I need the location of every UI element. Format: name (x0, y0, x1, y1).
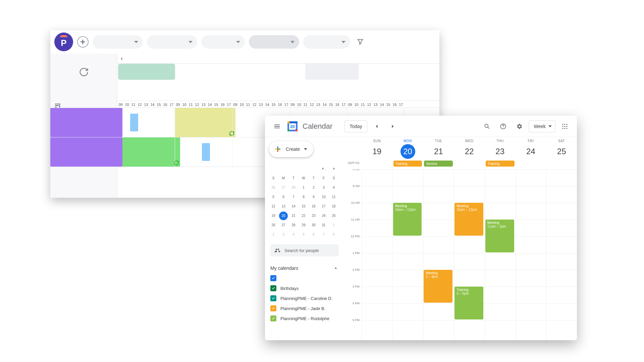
mini-day[interactable]: 15 (299, 202, 308, 211)
allday-cell[interactable] (362, 161, 392, 168)
allday-event[interactable]: Service (424, 161, 453, 167)
mini-day[interactable]: 2 (309, 183, 318, 192)
mini-day[interactable]: 17 (319, 202, 328, 211)
search-icon[interactable] (480, 120, 494, 133)
allday-event[interactable]: Training (393, 161, 422, 167)
mini-day[interactable]: 12 (269, 202, 278, 211)
filter-dropdown-4[interactable] (249, 35, 299, 49)
allday-event[interactable]: Training (486, 161, 515, 167)
mini-day[interactable]: 28 (289, 183, 298, 192)
filter-dropdown-3[interactable] (201, 35, 245, 49)
mini-day[interactable]: 6 (309, 230, 318, 239)
calendar-event[interactable]: Training3 – 5pm (454, 287, 483, 319)
mini-day[interactable]: 4 (329, 183, 338, 192)
today-button[interactable]: Today (344, 120, 367, 132)
mini-day[interactable]: 24 (319, 212, 328, 220)
mini-day[interactable]: 11 (329, 193, 338, 201)
mini-day[interactable]: 14 (289, 202, 298, 211)
calendar-event[interactable]: Meeting10am – 12pm (393, 203, 422, 236)
day-header[interactable]: THU23 (485, 137, 516, 164)
calendar-event[interactable]: Meeting2 – 4pm (424, 270, 452, 303)
mini-day[interactable]: 9 (309, 193, 318, 201)
mini-day[interactable]: 16 (309, 202, 318, 211)
calendar-checkbox[interactable] (270, 305, 276, 311)
mini-day[interactable]: 30 (309, 221, 318, 230)
mini-day[interactable]: 19 (269, 212, 278, 220)
mini-day[interactable]: 25 (329, 212, 338, 220)
task-block[interactable] (50, 137, 122, 167)
calendar-item[interactable]: PlanningPME - Jade B. (270, 305, 339, 311)
calendar-item[interactable]: Birthdays (270, 285, 339, 291)
calendar-checkbox[interactable] (270, 295, 276, 301)
mini-day[interactable]: 8 (329, 230, 338, 239)
day-header[interactable]: FRI24 (516, 137, 546, 164)
day-header[interactable]: TUE21 (423, 137, 454, 164)
mini-day[interactable]: 20 (279, 212, 288, 220)
mini-day[interactable]: 28 (289, 221, 298, 230)
mini-day[interactable]: 6 (279, 193, 288, 201)
calendar-event[interactable]: Meeting11am – 1pm (485, 220, 514, 252)
allday-cell[interactable]: Service (423, 161, 454, 168)
mini-day[interactable]: 7 (319, 230, 328, 239)
allday-cell[interactable] (546, 161, 577, 168)
prev-period-button[interactable]: ‹ (121, 55, 123, 62)
mini-day[interactable]: 4 (289, 230, 298, 239)
filter-dropdown-2[interactable] (147, 35, 197, 49)
mini-day[interactable]: 8 (299, 193, 308, 201)
create-button[interactable]: Create (269, 141, 313, 157)
prev-week-button[interactable] (370, 120, 383, 133)
mini-day[interactable]: 26 (269, 183, 278, 192)
mini-day[interactable]: 22 (299, 212, 308, 220)
calendar-checkbox[interactable] (270, 315, 276, 321)
mini-prev-month[interactable] (319, 165, 327, 173)
google-apps-icon[interactable] (558, 120, 572, 133)
mini-day[interactable]: 3 (319, 183, 328, 192)
search-people-input[interactable]: Search for people (270, 244, 339, 256)
help-icon[interactable] (496, 120, 510, 133)
calendar-checkbox[interactable] (270, 285, 276, 291)
view-selector[interactable]: Week (529, 120, 555, 132)
mini-day[interactable]: 13 (279, 202, 288, 211)
mini-day[interactable]: 21 (289, 212, 298, 220)
mini-day[interactable]: 10 (319, 193, 328, 201)
day-header[interactable]: WED22 (454, 137, 485, 164)
mini-day[interactable]: 31 (319, 221, 328, 230)
mini-day[interactable]: 7 (289, 193, 298, 201)
day-header[interactable]: SUN19 (362, 137, 392, 164)
mini-day[interactable]: 2 (269, 230, 278, 239)
calendar-item[interactable] (270, 275, 339, 281)
add-button[interactable]: + (77, 36, 89, 48)
hamburger-menu-icon[interactable] (270, 120, 284, 133)
my-calendars-toggle[interactable]: My calendars (270, 265, 339, 271)
day-header[interactable]: MON20 (392, 137, 423, 164)
mini-day[interactable]: 26 (269, 221, 278, 230)
allday-cell[interactable]: Training (485, 161, 516, 168)
mini-next-month[interactable] (330, 165, 338, 173)
mini-day[interactable]: 23 (309, 212, 318, 220)
allday-cell[interactable]: Training (392, 161, 423, 168)
task-block[interactable] (50, 108, 122, 137)
refresh-button[interactable] (50, 54, 117, 90)
calendar-item[interactable]: PlanningPME - Rodolphe (270, 315, 339, 321)
mini-day[interactable]: 3 (279, 230, 288, 239)
task-block[interactable] (130, 114, 138, 131)
filter-dropdown-1[interactable] (93, 35, 143, 49)
mini-day[interactable]: 29 (299, 221, 308, 230)
calendar-event[interactable]: Meeting10am – 12pm (454, 203, 483, 236)
calendar-item[interactable]: PlanningPME - Caroline D. (270, 295, 339, 301)
next-week-button[interactable] (386, 120, 399, 133)
mini-day[interactable]: 1 (299, 183, 308, 192)
mini-day[interactable]: 27 (279, 183, 288, 192)
filter-icon[interactable] (354, 36, 366, 48)
task-block[interactable] (122, 137, 180, 167)
task-block[interactable] (175, 108, 235, 137)
mini-day[interactable]: 5 (299, 230, 308, 239)
day-header[interactable]: SAT25 (546, 137, 577, 164)
settings-gear-icon[interactable] (513, 120, 526, 133)
mini-day[interactable]: 5 (269, 193, 278, 201)
filter-dropdown-5[interactable] (303, 35, 350, 49)
task-block[interactable] (202, 143, 210, 161)
mini-day[interactable]: 27 (279, 221, 288, 230)
allday-cell[interactable] (516, 161, 546, 168)
calendar-checkbox[interactable] (270, 275, 276, 281)
